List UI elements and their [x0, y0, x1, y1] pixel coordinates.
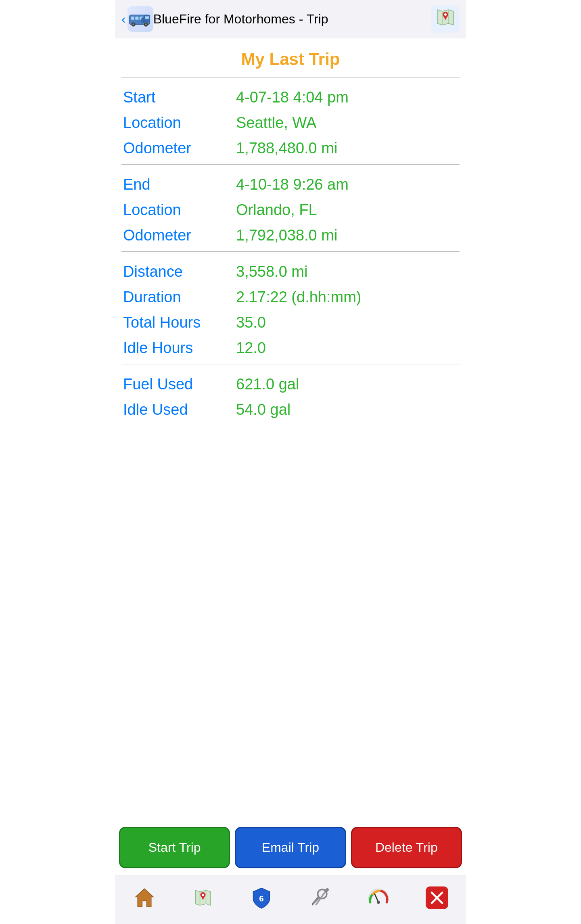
- app-header: ‹ BlueFire for Motorhomes - Trip: [115, 0, 466, 38]
- tab-home[interactable]: [115, 886, 173, 912]
- svg-point-7: [132, 23, 134, 25]
- idle-used-value: 54.0 gal: [236, 401, 290, 418]
- end-odometer-label: Odometer: [123, 227, 236, 244]
- map-button[interactable]: [431, 5, 460, 33]
- start-location-label: Location: [123, 114, 236, 132]
- main-content: My Last Trip Start 4-07-18 4:04 pm Locat…: [115, 38, 466, 819]
- distance-label: Distance: [123, 263, 236, 280]
- end-label: End: [123, 176, 236, 193]
- fuel-used-row: Fuel Used 621.0 gal: [121, 372, 460, 397]
- end-odometer-value: 1,792,038.0 mi: [236, 227, 337, 244]
- start-label: Start: [123, 89, 236, 106]
- total-hours-value: 35.0: [236, 314, 266, 331]
- back-button[interactable]: ‹: [121, 13, 126, 25]
- start-odometer-row: Odometer 1,788,480.0 mi: [121, 136, 460, 161]
- start-section: Start 4-07-18 4:04 pm Location Seattle, …: [121, 77, 460, 164]
- start-location-row: Location Seattle, WA: [121, 110, 460, 136]
- fuel-used-label: Fuel Used: [123, 376, 236, 393]
- map-icon: [433, 5, 458, 33]
- gauge-icon: [367, 886, 390, 912]
- page-title: My Last Trip: [121, 38, 460, 77]
- idle-hours-value: 12.0: [236, 339, 266, 357]
- distance-row: Distance 3,558.0 mi: [121, 259, 460, 284]
- maps-icon: [192, 886, 214, 912]
- svg-point-30: [377, 901, 380, 903]
- tab-gauge[interactable]: [349, 886, 408, 912]
- end-row: End 4-10-18 9:26 am: [121, 172, 460, 197]
- duration-label: Duration: [123, 288, 236, 306]
- end-odometer-row: Odometer 1,792,038.0 mi: [121, 223, 460, 248]
- total-hours-row: Total Hours 35.0: [121, 310, 460, 335]
- svg-marker-18: [135, 888, 153, 907]
- header-title: BlueFire for Motorhomes - Trip: [153, 12, 431, 27]
- distance-value: 3,558.0 mi: [236, 263, 307, 280]
- idle-hours-row: Idle Hours 12.0: [121, 335, 460, 361]
- duration-value: 2.17:22 (d.hh:mm): [236, 288, 361, 306]
- svg-point-23: [202, 893, 204, 896]
- email-trip-button[interactable]: Email Trip: [235, 827, 346, 868]
- idle-used-label: Idle Used: [123, 401, 236, 418]
- start-row: Start 4-07-18 4:04 pm: [121, 85, 460, 110]
- start-odometer-label: Odometer: [123, 140, 236, 157]
- svg-rect-5: [145, 16, 149, 19]
- start-location-value: Seattle, WA: [236, 114, 316, 132]
- tab-bar: 6: [115, 876, 466, 924]
- svg-point-16: [444, 13, 447, 16]
- svg-point-9: [145, 23, 147, 25]
- tools-icon: [309, 886, 331, 912]
- stats-section: Distance 3,558.0 mi Duration 2.17:22 (d.…: [121, 251, 460, 364]
- end-location-value: Orlando, FL: [236, 201, 317, 219]
- delete-trip-button[interactable]: Delete Trip: [351, 827, 462, 868]
- fuel-section: Fuel Used 621.0 gal Idle Used 54.0 gal: [121, 364, 460, 426]
- fuel-used-value: 621.0 gal: [236, 376, 299, 393]
- idle-hours-label: Idle Hours: [123, 339, 236, 357]
- app-icon: [127, 6, 153, 32]
- end-location-label: Location: [123, 201, 236, 219]
- action-buttons-container: Start Trip Email Trip Delete Trip: [115, 819, 466, 876]
- start-odometer-value: 1,788,480.0 mi: [236, 140, 337, 157]
- idle-used-row: Idle Used 54.0 gal: [121, 397, 460, 422]
- duration-row: Duration 2.17:22 (d.hh:mm): [121, 284, 460, 310]
- svg-rect-3: [135, 17, 138, 20]
- home-icon: [133, 886, 156, 912]
- svg-rect-2: [131, 17, 134, 20]
- start-trip-button[interactable]: Start Trip: [119, 827, 230, 868]
- close-icon: [426, 886, 448, 912]
- end-location-row: Location Orlando, FL: [121, 197, 460, 223]
- total-hours-label: Total Hours: [123, 314, 236, 331]
- tab-tools[interactable]: [290, 886, 349, 912]
- svg-rect-10: [142, 18, 144, 23]
- shield-icon: 6: [250, 886, 273, 912]
- tab-maps[interactable]: [173, 886, 232, 912]
- end-value: 4-10-18 9:26 am: [236, 176, 349, 193]
- start-value: 4-07-18 4:04 pm: [236, 89, 349, 106]
- end-section: End 4-10-18 9:26 am Location Orlando, FL…: [121, 164, 460, 251]
- svg-text:6: 6: [259, 894, 263, 903]
- tab-shield[interactable]: 6: [232, 886, 290, 912]
- tab-close[interactable]: [408, 886, 466, 912]
